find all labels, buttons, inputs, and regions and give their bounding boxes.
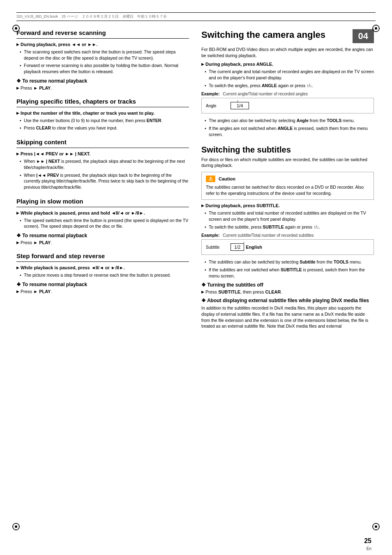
caution-title-text: Caution	[219, 176, 235, 181]
turning-off-title: Turning the subtitles off	[201, 282, 374, 288]
corner-mark-bl	[12, 523, 20, 530]
switching-subtitles-bullet2: To switch the subtitle, press SUBTITLE a…	[201, 224, 374, 230]
slow-motion-resume-instruction: Press ► PLAY.	[16, 240, 189, 245]
step-forward-title: Step forward and step reverse	[16, 252, 189, 262]
page: 320_VXJ5_IBD_EN.book 25 ページ ２００９年２月２５日 水…	[0, 0, 392, 555]
switching-subtitles-instruction1-text: During playback, press SUBTITLE.	[205, 203, 280, 208]
switching-angles-title: Switching the camera angles	[201, 30, 353, 40]
step-forward-instruction1-text: While playback is paused, press ◄II/◄ or…	[21, 265, 125, 270]
switching-subtitles-intro: For discs or files on which multiple sub…	[201, 157, 374, 169]
slow-motion-instruction1-text: While playback is paused, press and hold…	[21, 210, 145, 215]
caution-text: The subtitles cannot be switched for dis…	[206, 184, 369, 196]
corner-mark-tr	[372, 25, 380, 32]
forward-reverse-bullet1: The scanning speed switches each time th…	[16, 49, 189, 61]
angles-arrow-up: ↑	[237, 99, 239, 104]
skipping-bullet1: When ►► | NEXT is pressed, the playback …	[16, 158, 189, 170]
switching-subtitles-bullet1: The current subtitle and total number of…	[201, 210, 374, 222]
subtitles-example-desc: Current subtitle/Total number of recorde…	[223, 233, 314, 238]
right-column: Switching the camera angles 04 For BD-RO…	[201, 29, 374, 337]
angles-title-row: Switching the camera angles 04	[201, 29, 374, 43]
switching-angles-instruction1: During playback, press ANGLE.	[201, 62, 374, 67]
caution-icon: ⚠	[206, 176, 215, 182]
skipping-title: Skipping content	[16, 139, 189, 148]
switching-subtitles-bullet4: If the subtitles are not switched when S…	[201, 267, 374, 279]
section-playing-specific: Playing specific titles, chapters or tra…	[16, 98, 189, 131]
playing-specific-bullet2: Press CLEAR to clear the values you have…	[16, 125, 189, 131]
forward-reverse-resume-instruction: Press ► PLAY.	[16, 86, 189, 90]
angles-diagram-label: Angle	[206, 104, 222, 108]
caution-box: ⚠ Caution The subtitles cannot be switch…	[201, 172, 374, 200]
external-subtitle-text: In addition to the subtitles recorded in…	[201, 305, 374, 329]
turning-off-instruction: Press SUBTITLE, then press CLEAR.	[201, 289, 374, 294]
subtitles-diagram-fraction: 1/2	[231, 243, 244, 251]
page-number: 25	[364, 537, 371, 545]
subtitles-diagram-label: Subtitle	[206, 245, 222, 250]
subtitles-example: Example: Current subtitle/Total number o…	[201, 233, 374, 255]
forward-reverse-resume-title: To resume normal playback	[16, 78, 189, 84]
switching-subtitles-bullet3: The subtitles can also be switched by se…	[201, 259, 374, 265]
slow-motion-instruction1: While playback is paused, press and hold…	[16, 210, 189, 215]
angles-example-label: Example:	[201, 92, 219, 96]
slow-motion-resume-title: To resume normal playback	[16, 233, 189, 238]
playing-specific-instruction1: Input the number of the title, chapter o…	[16, 111, 189, 116]
slow-motion-bullet1: The speed switches each time the button …	[16, 217, 189, 229]
forward-reverse-instruction1-text: During playback, press ◄◄ or ►►.	[21, 42, 98, 47]
angles-example: Example: Current angle/Total number of r…	[201, 92, 374, 113]
left-column: Forward and reverse scanning During play…	[16, 29, 189, 337]
angles-example-desc: Current angle/Total number of recorded a…	[223, 92, 308, 96]
skipping-instruction1: Press |◄◄ PREV or ►► | NEXT.	[16, 151, 189, 156]
angles-diagram-fraction: 1/4	[231, 102, 249, 109]
switching-angles-instruction1-text: During playback, press ANGLE.	[205, 62, 273, 67]
header-bar: 320_VXJ5_IBD_EN.book 25 ページ ２００９年２月２５日 水…	[16, 12, 376, 21]
step-forward-bullet1: The picture moves a step forward or reve…	[16, 272, 189, 278]
caution-title-row: ⚠ Caution	[206, 176, 369, 182]
forward-reverse-instruction1: During playback, press ◄◄ or ►►.	[16, 42, 189, 47]
switching-angles-bullet2: To switch the angles, press ANGLE again …	[201, 83, 374, 89]
switching-subtitles-title: Switching the subtitles	[201, 145, 374, 154]
corner-mark-tl	[12, 25, 20, 32]
forward-reverse-bullet2: Forward or reverse scanning is also poss…	[16, 62, 189, 74]
subtitles-diagram: ↑ Subtitle 1/2 English	[201, 239, 374, 255]
switching-subtitles-instruction1: During playback, press SUBTITLE.	[201, 203, 374, 208]
playing-specific-instruction1-text: Input the number of the title, chapter o…	[21, 111, 154, 116]
subtitles-example-label: Example:	[201, 233, 219, 238]
step-forward-resume-instruction: Press ► PLAY.	[16, 289, 189, 294]
section-skipping: Skipping content Press |◄◄ PREV or ►► | …	[16, 139, 189, 190]
playing-specific-bullet1: Use the number buttons (0 to 9) to input…	[16, 118, 189, 124]
subtitles-diagram-text: English	[246, 245, 262, 250]
section-forward-reverse: Forward and reverse scanning During play…	[16, 29, 189, 90]
header-text: 320_VXJ5_IBD_EN.book 25 ページ ２００９年２月２５日 水…	[16, 14, 167, 18]
chapter-badge: 04	[353, 29, 374, 43]
section-switching-subtitles: Switching the subtitles For discs or fil…	[201, 145, 374, 330]
forward-reverse-resume-text: Press ► PLAY.	[21, 86, 52, 90]
switching-angles-bullet4: If the angles are not switched when ANGL…	[201, 125, 374, 137]
angles-diagram: ↑ Angle 1/4	[201, 98, 374, 113]
page-number-sub: En	[367, 546, 371, 551]
switching-angles-bullet3: The angles can also be switched by selec…	[201, 118, 374, 124]
subtitles-arrow-up: ↑	[243, 240, 245, 245]
switching-angles-bullet1: The current angle and total number of re…	[201, 69, 374, 81]
external-subtitle-title: About displaying external subtitle files…	[201, 298, 374, 303]
skipping-instruction1-text: Press |◄◄ PREV or ►► | NEXT.	[21, 151, 90, 156]
section-step-forward: Step forward and step reverse While play…	[16, 252, 189, 294]
skipping-bullet2: When |◄◄ PREV is pressed, the playback s…	[16, 172, 189, 190]
section-slow-motion: Playing in slow motion While playback is…	[16, 198, 189, 245]
switching-angles-intro: For BD-ROM and DVD-Video discs on which …	[201, 46, 374, 58]
corner-mark-br	[372, 523, 380, 530]
section-switching-angles: Switching the camera angles 04 For BD-RO…	[201, 29, 374, 138]
playing-specific-title: Playing specific titles, chapters or tra…	[16, 98, 189, 107]
forward-reverse-title: Forward and reverse scanning	[16, 29, 189, 39]
step-forward-instruction1: While playback is paused, press ◄II/◄ or…	[16, 265, 189, 270]
slow-motion-title: Playing in slow motion	[16, 198, 189, 207]
step-forward-resume-title: To resume normal playback	[16, 282, 189, 287]
